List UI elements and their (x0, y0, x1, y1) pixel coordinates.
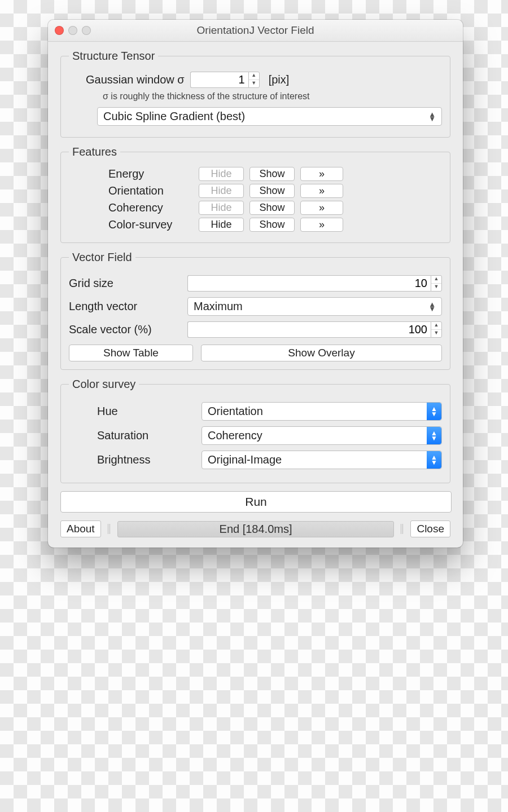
brightness-label: Brightness (97, 453, 196, 466)
color-survey-legend: Color survey (69, 378, 139, 391)
length-vector-select[interactable]: Maximum ▲▼ (187, 297, 442, 316)
color-survey-group: Color survey Hue Orientation ▲▼ Saturati… (60, 378, 450, 483)
orientation-hide-button: Hide (199, 184, 244, 198)
gaussian-stepper[interactable]: ▲▼ (248, 72, 260, 88)
chevron-down-icon: ▼ (249, 80, 259, 87)
length-vector-label: Length vector (69, 300, 182, 313)
show-overlay-button[interactable]: Show Overlay (201, 345, 442, 361)
length-vector-value: Maximum (194, 300, 243, 313)
vector-field-group: Vector Field Grid size ▲▼ Length vector … (60, 251, 450, 370)
hue-select-value: Orientation (208, 405, 263, 418)
updown-icon: ▲▼ (427, 451, 441, 469)
zoom-window-icon[interactable] (82, 26, 91, 35)
gaussian-sigma-input[interactable] (190, 72, 248, 88)
feature-label: Color-survey (108, 218, 193, 231)
feature-label: Coherency (108, 201, 193, 214)
minimize-window-icon[interactable] (68, 26, 77, 35)
feature-row-energy: Energy Hide Show » (69, 167, 442, 181)
sigma-hint: σ is roughly the thickness of the struct… (103, 91, 442, 102)
updown-icon: ▲▼ (427, 403, 441, 420)
features-legend: Features (69, 145, 120, 158)
run-button[interactable]: Run (60, 491, 452, 513)
updown-icon: ▲▼ (428, 302, 436, 311)
run-row: Run (60, 491, 450, 513)
grid-size-label: Grid size (69, 277, 182, 290)
energy-more-button[interactable]: » (300, 167, 343, 181)
feature-row-coherency: Coherency Hide Show » (69, 201, 442, 215)
scale-vector-input[interactable] (187, 321, 431, 338)
window-title: OrientationJ Vector Field (55, 24, 456, 37)
vector-field-legend: Vector Field (69, 251, 135, 264)
dialog-content: Structure Tensor Gaussian window σ ▲▼ [p… (48, 42, 463, 548)
hue-label: Hue (97, 405, 196, 418)
saturation-label: Saturation (97, 429, 196, 442)
saturation-select-value: Coherency (208, 429, 262, 442)
gradient-select-value: Cubic Spline Gradient (best) (103, 110, 245, 123)
gaussian-row: Gaussian window σ ▲▼ [pix] (86, 72, 442, 88)
colorsurvey-show-button[interactable]: Show (249, 218, 295, 232)
structure-tensor-group: Structure Tensor Gaussian window σ ▲▼ [p… (60, 50, 450, 138)
coherency-hide-button: Hide (199, 201, 244, 215)
chevron-up-icon: ▲ (431, 322, 441, 330)
orientation-more-button[interactable]: » (300, 184, 343, 198)
show-table-button[interactable]: Show Table (69, 345, 193, 361)
gaussian-input-wrapper: ▲▼ (190, 72, 260, 88)
coherency-more-button[interactable]: » (300, 201, 343, 215)
feature-label: Energy (108, 167, 193, 180)
features-group: Features Energy Hide Show » Orientation … (60, 145, 450, 243)
scale-vector-label: Scale vector (%) (69, 323, 182, 336)
scale-vector-stepper[interactable]: ▲▼ (431, 321, 442, 338)
footer: About End [184.0ms] Close (60, 520, 450, 537)
brightness-row: Brightness Original-Image ▲▼ (69, 451, 442, 469)
length-vector-row: Length vector Maximum ▲▼ (69, 297, 442, 316)
grip-icon (401, 524, 404, 534)
gaussian-unit: [pix] (269, 73, 290, 86)
gradient-row: Cubic Spline Gradient (best) ▲▼ (97, 107, 442, 126)
grip-icon (108, 524, 111, 534)
window-controls (55, 26, 91, 35)
brightness-select[interactable]: Original-Image ▲▼ (202, 451, 442, 469)
orientation-show-button[interactable]: Show (249, 184, 295, 198)
colorsurvey-hide-button[interactable]: Hide (199, 218, 244, 232)
chevron-up-icon: ▲ (431, 276, 441, 284)
grid-size-input[interactable] (187, 275, 431, 292)
energy-show-button[interactable]: Show (249, 167, 295, 181)
about-button[interactable]: About (60, 520, 101, 537)
titlebar: OrientationJ Vector Field (48, 20, 463, 42)
vector-field-actions: Show Table Show Overlay (69, 345, 442, 361)
scale-vector-row: Scale vector (%) ▲▼ (69, 321, 442, 338)
structure-tensor-legend: Structure Tensor (69, 50, 158, 63)
chevron-up-icon: ▲ (249, 72, 259, 80)
dialog-window: OrientationJ Vector Field Structure Tens… (48, 20, 463, 548)
hue-row: Hue Orientation ▲▼ (69, 402, 442, 421)
coherency-show-button[interactable]: Show (249, 201, 295, 215)
hue-select[interactable]: Orientation ▲▼ (202, 402, 442, 421)
grid-size-row: Grid size ▲▼ (69, 275, 442, 292)
close-button[interactable]: Close (410, 520, 450, 537)
saturation-select[interactable]: Coherency ▲▼ (202, 426, 442, 445)
energy-hide-button: Hide (199, 167, 244, 181)
chevron-down-icon: ▼ (431, 284, 441, 291)
saturation-row: Saturation Coherency ▲▼ (69, 426, 442, 445)
gaussian-label: Gaussian window σ (86, 73, 185, 86)
feature-label: Orientation (108, 184, 193, 197)
updown-icon: ▲▼ (428, 112, 436, 121)
colorsurvey-more-button[interactable]: » (300, 218, 343, 232)
feature-row-orientation: Orientation Hide Show » (69, 184, 442, 198)
chevron-down-icon: ▼ (431, 330, 441, 337)
grid-size-stepper[interactable]: ▲▼ (431, 275, 442, 292)
updown-icon: ▲▼ (427, 427, 441, 444)
feature-row-color-survey: Color-survey Hide Show » (69, 218, 442, 232)
status-bar: End [184.0ms] (117, 521, 395, 537)
close-window-icon[interactable] (55, 26, 64, 35)
gradient-select[interactable]: Cubic Spline Gradient (best) ▲▼ (97, 107, 442, 126)
brightness-select-value: Original-Image (208, 453, 282, 466)
